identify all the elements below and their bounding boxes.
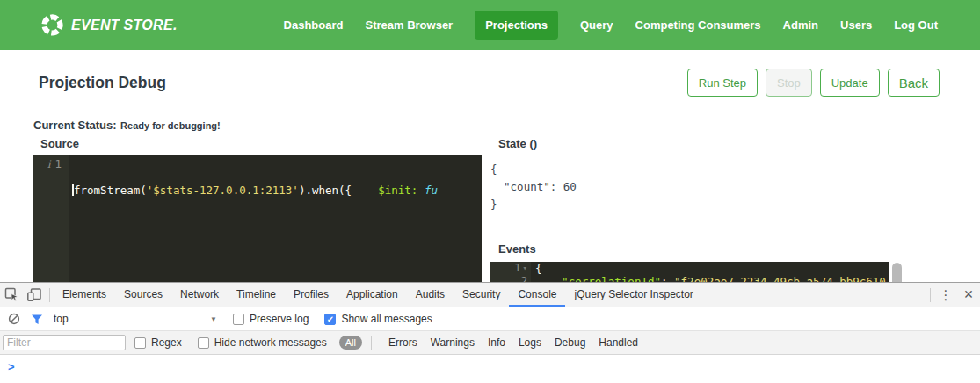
debug-columns: Source i 1 fromStream('$stats-127.0.0.1:… [33, 137, 940, 282]
source-section: Source i 1 fromStream('$stats-127.0.0.1:… [33, 137, 482, 282]
run-step-button[interactable]: Run Step [687, 69, 758, 97]
filter-level-all[interactable]: All [339, 336, 362, 350]
code-segment [417, 184, 425, 197]
status-value: Ready for debugging! [120, 120, 221, 131]
state-events-section: State () { "count": 60 } Events 1▾{2 "co… [490, 137, 940, 282]
status-label: Current Status: [33, 119, 117, 132]
code-segment: fu [425, 184, 438, 197]
source-heading: Source [40, 137, 482, 150]
hide-network-checkbox[interactable] [198, 337, 209, 349]
main-content: Projection Debug Run StepStopUpdateBack … [0, 50, 980, 282]
events-editor-wrap: 1▾{2 "correlationId": "f2e02ae7-2234-49c… [490, 262, 889, 282]
filter-level-logs[interactable]: Logs [519, 336, 541, 349]
filter-level-warnings[interactable]: Warnings [431, 336, 475, 349]
events-line-gutter: 1▾ [490, 262, 531, 275]
state-json: { "count": 60 } [490, 161, 940, 213]
close-devtools-icon[interactable]: × [957, 284, 980, 307]
divider [930, 288, 931, 302]
code-segment: fromStream( [74, 184, 147, 197]
tab-sources[interactable]: Sources [115, 283, 171, 307]
console-output[interactable]: > [0, 355, 980, 383]
filter-level-errors[interactable]: Errors [388, 336, 417, 349]
events-heading: Events [498, 242, 940, 256]
events-line-code: { [531, 262, 889, 275]
nav-item-users[interactable]: Users [840, 11, 872, 40]
events-editor[interactable]: 1▾{2 "correlationId": "f2e02ae7-2234-49c… [490, 262, 889, 282]
tab-audits[interactable]: Audits [407, 283, 454, 307]
filter-level-debug[interactable]: Debug [555, 336, 585, 349]
filter-input[interactable] [3, 335, 126, 350]
nav-item-log-out[interactable]: Log Out [894, 11, 938, 40]
tab-security[interactable]: Security [454, 283, 509, 307]
code-segment [535, 275, 562, 282]
clear-console-icon[interactable] [3, 307, 25, 330]
update-button[interactable]: Update [820, 69, 880, 97]
brand-name: EVENT STORE. [71, 18, 178, 33]
overflow-menu-icon[interactable]: ⋮ [934, 284, 957, 307]
nav-item-projections[interactable]: Projections [475, 11, 558, 40]
divider [49, 288, 50, 302]
line-number: 2 [521, 275, 527, 282]
page-header: Projection Debug Run StepStopUpdateBack [33, 69, 940, 97]
code-segment: '$stats-127.0.0.1:2113' [147, 184, 299, 197]
regex-toggle[interactable]: Regex [134, 336, 182, 349]
events-line: 1▾{ [490, 262, 889, 275]
inspect-element-icon[interactable] [0, 284, 23, 307]
events-line-gutter: 2 [490, 275, 531, 282]
tab-network[interactable]: Network [171, 283, 228, 307]
top-navbar: EVENT STORE. DashboardStream BrowserProj… [0, 0, 980, 50]
code-segment: : [661, 275, 674, 282]
execution-context-value: top [54, 313, 69, 325]
devtools-tabbar: ElementsSourcesNetworkTimelineProfilesAp… [0, 283, 980, 307]
events-scrollbar-thumb[interactable] [892, 263, 902, 282]
action-buttons: Run StepStopUpdateBack [687, 69, 940, 97]
nav-item-admin[interactable]: Admin [783, 11, 818, 40]
events-line-code: "correlationId": "f2e02ae7-2234-49cb-a57… [531, 275, 889, 282]
tab-timeline[interactable]: Timeline [228, 283, 285, 307]
source-editor[interactable]: i 1 fromStream('$stats-127.0.0.1:2113').… [33, 155, 482, 282]
hide-network-toggle[interactable]: Hide network messages [198, 336, 327, 349]
filter-level-handled[interactable]: Handled [599, 336, 638, 349]
tab-jquery-selector-inspector[interactable]: jQuery Selector Inspector [565, 283, 701, 307]
tab-application[interactable]: Application [338, 283, 407, 307]
console-prompt-chevron-icon[interactable]: > [8, 360, 15, 373]
nav-item-stream-browser[interactable]: Stream Browser [365, 11, 453, 40]
show-all-messages-label: Show all messages [341, 313, 432, 325]
filter-level-info[interactable]: Info [488, 336, 505, 349]
nav-item-competing-consumers[interactable]: Competing Consumers [635, 11, 761, 40]
tab-console[interactable]: Console [509, 283, 565, 307]
preserve-log-toggle[interactable]: Preserve log [233, 313, 309, 325]
nav-item-dashboard[interactable]: Dashboard [284, 11, 344, 40]
device-toolbar-icon[interactable] [23, 284, 46, 307]
status-line: Current Status: Ready for debugging! [33, 117, 940, 133]
show-all-messages-toggle[interactable]: ✓ Show all messages [324, 313, 432, 325]
code-segment: ).when({ [299, 184, 352, 197]
devtools-panel: ElementsSourcesNetworkTimelineProfilesAp… [0, 282, 980, 383]
fold-arrow-icon[interactable]: ▾ [523, 262, 527, 275]
tab-profiles[interactable]: Profiles [285, 283, 338, 307]
main-nav: DashboardStream BrowserProjectionsQueryC… [262, 11, 938, 40]
tab-elements[interactable]: Elements [54, 283, 115, 307]
source-editor-code[interactable]: fromStream('$stats-127.0.0.1:2113').when… [69, 155, 482, 282]
brand[interactable]: EVENT STORE. [40, 13, 178, 37]
hide-network-label: Hide network messages [214, 336, 327, 349]
preserve-log-label: Preserve log [250, 313, 309, 325]
filter-icon[interactable] [25, 307, 48, 330]
line-number: 1 [54, 157, 62, 170]
show-all-messages-checkbox[interactable]: ✓ [324, 314, 336, 325]
code-segment: "f2e02ae7-2234-49cb-a574-bb9c610 [674, 275, 886, 282]
divider [371, 336, 372, 350]
line-number: 1 [514, 262, 520, 275]
filter-levels: ErrorsWarningsInfoLogsDebugHandled [375, 336, 638, 349]
events-line: 2 "correlationId": "f2e02ae7-2234-49cb-a… [490, 275, 889, 282]
back-button[interactable]: Back [888, 69, 940, 97]
state-heading: State () [498, 137, 940, 150]
code-segment: { [535, 262, 542, 275]
nav-item-query[interactable]: Query [580, 11, 613, 40]
execution-context-selector[interactable]: top ▼ [54, 313, 217, 325]
event-store-logo-icon [40, 13, 64, 37]
regex-checkbox[interactable] [134, 337, 146, 349]
annotation-info-icon: i [47, 158, 51, 170]
preserve-log-checkbox[interactable] [233, 314, 244, 325]
app-window: EVENT STORE. DashboardStream BrowserProj… [0, 0, 980, 383]
